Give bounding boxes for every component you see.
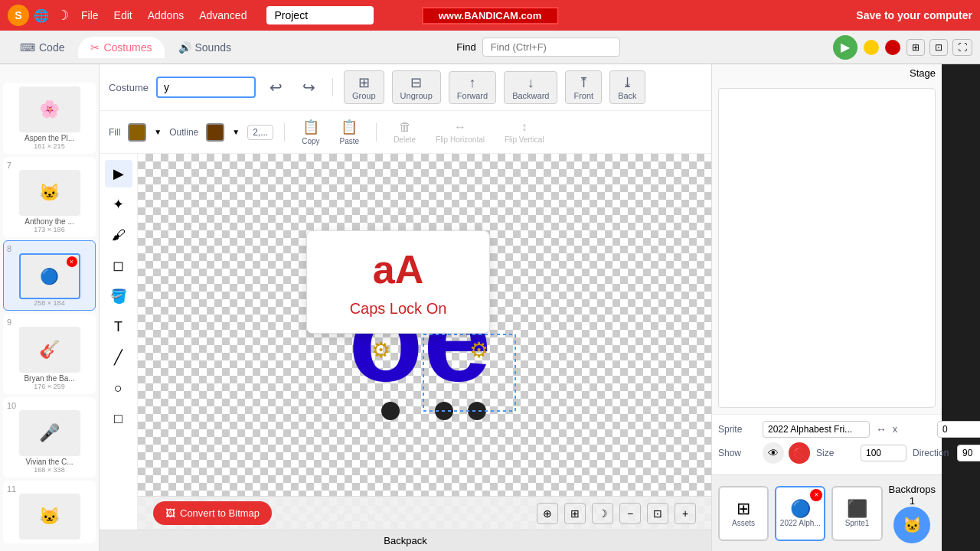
costumes-icon: ✂ <box>90 41 100 54</box>
outline-color-swatch[interactable] <box>206 123 224 142</box>
red-badge: × <box>67 256 77 267</box>
fill-color-swatch[interactable] <box>128 123 146 142</box>
bottom-sprite-assets[interactable]: ⊞ Assets <box>718 486 769 541</box>
drawing-area: ▶ ✦ 🖌 ◻ 🪣 T ╱ ○ □ oe ⚙ <box>100 154 711 530</box>
backdrops-label: Backdrops <box>889 484 936 495</box>
sprite-item-selected[interactable]: 8 🔵 × 258 × 184 <box>3 240 96 311</box>
delete-button[interactable]: 🗑 Delete <box>387 117 422 147</box>
fill-tool[interactable]: 🪣 <box>105 282 132 310</box>
hide-button[interactable]: 🚫 <box>789 442 810 464</box>
delete-icon: 🗑 <box>399 120 411 134</box>
stage-size-buttons: ⊞ ⊡ ⛶ <box>906 39 972 56</box>
tab-sounds[interactable]: 🔊 Sounds <box>166 37 243 58</box>
sprite-item[interactable]: 10 🎤 Vivian the C... 168 × 338 <box>3 397 96 478</box>
flip-v-button[interactable]: ↕ Flip Vertical <box>498 117 550 147</box>
bottom-sprite-badge[interactable]: × <box>810 489 822 501</box>
rect-tool[interactable]: □ <box>105 405 132 432</box>
size-input[interactable] <box>861 445 906 461</box>
menu-file[interactable]: File <box>81 9 99 21</box>
stage-label: Stage <box>910 67 936 79</box>
sprite-item[interactable]: 11 🐱 <box>3 481 96 543</box>
zoom-out-button[interactable]: − <box>619 503 641 524</box>
zoom-center-button[interactable]: ⊞ <box>564 503 586 524</box>
scratch-logo[interactable]: S <box>8 5 29 26</box>
menu-edit[interactable]: Edit <box>114 9 132 21</box>
sprite-thumb: 🌸 <box>19 86 80 132</box>
line-tool[interactable]: ╱ <box>105 344 132 371</box>
stop-button[interactable] <box>885 40 900 55</box>
fill-dropdown-icon[interactable]: ▼ <box>154 128 162 136</box>
pause-button[interactable] <box>864 40 879 55</box>
sprite-thumb: 🎤 <box>19 410 80 456</box>
back-button[interactable]: ⤓ Back <box>609 70 645 104</box>
top-bar-menu: File Edit Addons Advanced <box>81 9 247 21</box>
group-icon: ⊞ <box>358 74 370 91</box>
costume-label: Costume <box>109 82 149 93</box>
costume-editor: Costume ↩ ↪ ⊞ Group ⊟ Ungroup ↑ Forward … <box>100 64 712 551</box>
svg-text:⚙: ⚙ <box>469 338 488 362</box>
tab-costumes[interactable]: ✂ Costumes <box>78 37 164 58</box>
outline-label: Outline <box>169 127 198 138</box>
tab-code[interactable]: ⌨ Code <box>8 37 77 58</box>
undo-button[interactable]: ↩ <box>263 75 289 99</box>
canvas-inner[interactable]: oe ⚙ ⚙ <box>138 154 711 530</box>
menu-addons[interactable]: Addons <box>148 9 184 21</box>
separator <box>284 123 285 142</box>
sprite-name-input[interactable] <box>763 421 870 438</box>
canvas-area: oe ⚙ ⚙ <box>138 154 711 530</box>
sprite-label: Sprite <box>718 424 756 435</box>
sprite-item[interactable]: 7 🐱 Anthony the ... 173 × 186 <box>3 157 96 237</box>
costume-name-input[interactable] <box>156 77 256 98</box>
add-backdrop-button[interactable]: 🐱 <box>893 507 930 543</box>
x-input[interactable] <box>937 421 980 438</box>
moon-icon[interactable]: ☽ <box>57 7 69 24</box>
zoom-moon-button[interactable]: ☽ <box>592 503 613 524</box>
top-bar: S 🌐 ☽ File Edit Addons Advanced www.BAND… <box>0 0 980 31</box>
zoom-crosshair-button[interactable]: ⊕ <box>537 503 558 524</box>
globe-icon[interactable]: 🌐 <box>34 8 49 23</box>
sprite-item[interactable]: 9 🎸 Bryan the Ba... 176 × 259 <box>3 314 96 394</box>
stage-medium-btn[interactable]: ⊡ <box>929 39 948 56</box>
stroke-width[interactable]: 2,... <box>247 125 273 140</box>
paste-button[interactable]: 📋 Paste <box>334 116 366 148</box>
direction-input[interactable] <box>957 445 980 461</box>
top-bar-left: S 🌐 ☽ File Edit Addons Advanced <box>8 5 374 26</box>
zoom-in-button[interactable]: + <box>675 503 696 524</box>
group-button[interactable]: ⊞ Group <box>344 70 384 104</box>
backward-icon: ↓ <box>528 75 534 91</box>
redo-button[interactable]: ↪ <box>296 75 322 99</box>
brush-tool[interactable]: 🖌 <box>105 221 132 249</box>
find-input[interactable] <box>482 37 620 57</box>
bottom-sprite-current[interactable]: 🔵 2022 Alph... × <box>775 486 825 541</box>
bottom-sprite-sprite1[interactable]: ⬛ Sprite1 <box>831 486 882 541</box>
reshape-tool[interactable]: ✦ <box>105 191 132 218</box>
sprite-name-row: Sprite ↔ x ↕ y <box>718 421 936 438</box>
text-tool[interactable]: T <box>105 313 132 341</box>
costume-toolbar-row1: Costume ↩ ↪ ⊞ Group ⊟ Ungroup ↑ Forward … <box>100 64 711 111</box>
project-input[interactable] <box>266 6 374 24</box>
sprite-item[interactable]: 🌸 Aspen the Pl... 161 × 215 <box>3 83 96 154</box>
show-eye-button[interactable]: 👁 <box>763 442 784 464</box>
copy-button[interactable]: 📋 Copy <box>296 116 325 148</box>
green-flag-button[interactable]: ▶ <box>833 35 858 60</box>
forward-button[interactable]: ↑ Forward <box>449 71 496 104</box>
zoom-fit-button[interactable]: ⊡ <box>647 503 668 524</box>
eraser-tool[interactable]: ◻ <box>105 252 132 279</box>
select-tool[interactable]: ▶ <box>105 160 132 187</box>
backward-button[interactable]: ↓ Backward <box>504 71 557 104</box>
outline-dropdown-icon[interactable]: ▼ <box>232 128 240 136</box>
separator <box>332 78 333 96</box>
menu-advanced[interactable]: Advanced <box>199 9 247 21</box>
stage-header: Stage <box>712 64 942 82</box>
ellipse-tool[interactable]: ○ <box>105 374 132 402</box>
front-button[interactable]: ⤒ Front <box>565 70 602 104</box>
sprite-thumb: 🔵 × <box>19 253 80 299</box>
save-to-computer[interactable]: Save to your computer <box>856 9 972 21</box>
stage-fullscreen-btn[interactable]: ⛶ <box>952 39 972 56</box>
convert-to-bitmap-button[interactable]: 🖼 Convert to Bitmap <box>153 501 272 525</box>
ungroup-button[interactable]: ⊟ Ungroup <box>392 70 441 104</box>
x-label: x <box>893 424 931 435</box>
stage-small-btn[interactable]: ⊞ <box>906 39 925 56</box>
caps-lock-text: Caps Lock On <box>350 300 447 318</box>
flip-h-button[interactable]: ↔ Flip Horizontal <box>430 117 491 147</box>
